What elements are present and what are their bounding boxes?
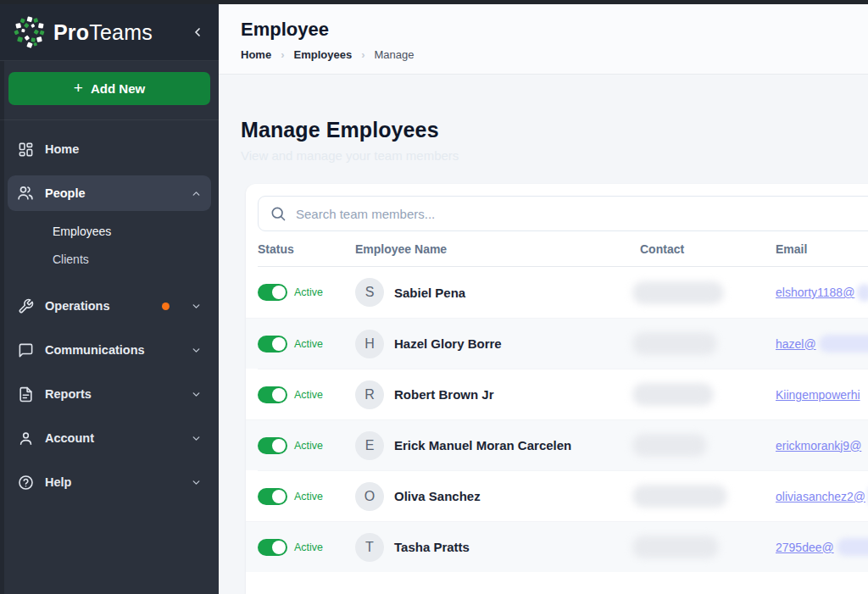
sidebar-item-reports[interactable]: Reports: [8, 376, 211, 412]
wrench-icon: [17, 297, 34, 314]
employee-name: Hazel Glory Borre: [394, 336, 502, 351]
table-row: Active E Erick Manuel Moran Carcelen eri…: [246, 419, 868, 470]
section-heading: Manage Employees: [241, 118, 868, 142]
contact-cell: [640, 332, 776, 355]
chevron-down-icon: [191, 477, 202, 488]
name-cell: O Oliva Sanchez: [355, 482, 640, 511]
column-header-contact: Contact: [640, 242, 776, 256]
status-toggle[interactable]: [258, 437, 287, 454]
status-cell: Active: [258, 488, 355, 505]
table-row: Active R Robert Brown Jr Kiingempowerhi: [258, 369, 868, 419]
status-toggle[interactable]: [258, 336, 287, 353]
breadcrumb-manage: Manage: [374, 48, 414, 61]
sidebar-collapse-button[interactable]: [188, 23, 207, 42]
column-header-email: Email: [776, 242, 868, 256]
avatar: O: [355, 482, 384, 511]
sidebar-item-account[interactable]: Account: [8, 420, 211, 456]
redacted-contact: [632, 485, 727, 508]
email-link[interactable]: hazel@: [776, 337, 816, 351]
plus-icon: +: [74, 80, 83, 96]
toggle-knob: [272, 541, 286, 554]
add-new-button[interactable]: + Add New: [8, 72, 210, 105]
chevron-down-icon: [191, 301, 202, 312]
breadcrumb-home[interactable]: Home: [241, 48, 271, 61]
page-title: Employee: [241, 19, 846, 41]
chevron-right-icon: ›: [281, 48, 284, 61]
employee-name: Tasha Pratts: [394, 540, 470, 554]
sidebar-item-label: Account: [45, 431, 94, 445]
table-row: Active S Sabiel Pena elshorty1188@: [258, 267, 868, 318]
notification-dot: [162, 303, 170, 310]
sidebar-header: ProTeams: [0, 0, 219, 61]
user-icon: [17, 430, 34, 447]
table-body: Active S Sabiel Pena elshorty1188@ Activ…: [258, 267, 868, 572]
redacted-contact: [632, 281, 724, 304]
avatar: S: [355, 278, 384, 307]
sidebar-item-label: Help: [45, 475, 71, 489]
sidebar-item-people[interactable]: People: [8, 175, 211, 211]
status-label: Active: [294, 541, 323, 553]
people-submenu: Employees Clients: [8, 218, 211, 280]
email-link[interactable]: elshorty1188@: [776, 286, 854, 299]
chat-bubble-icon: [17, 341, 34, 358]
contact-cell: [640, 485, 776, 508]
column-header-name: Employee Name: [355, 242, 640, 256]
status-label: Active: [294, 440, 323, 452]
sidebar-item-label: Home: [45, 142, 79, 156]
toggle-knob: [272, 490, 286, 503]
contact-cell: [640, 281, 776, 304]
help-circle-icon: [17, 474, 34, 491]
toggle-knob: [272, 388, 286, 402]
section-subheading: View and manage your team members: [241, 148, 868, 163]
sidebar-item-home[interactable]: Home: [8, 131, 211, 167]
redacted-email-domain: [837, 538, 868, 556]
status-label: Active: [294, 491, 323, 502]
toggle-knob: [272, 337, 286, 351]
search-bar: [258, 196, 868, 231]
search-icon: [270, 205, 287, 222]
chevron-up-icon: [191, 188, 202, 199]
chevron-left-icon: [191, 25, 204, 39]
add-new-section: + Add New: [0, 61, 219, 120]
status-toggle[interactable]: [258, 539, 287, 556]
chevron-down-icon: [191, 345, 202, 356]
redacted-contact: [632, 434, 707, 457]
search-input[interactable]: [258, 196, 868, 231]
email-link[interactable]: oliviasanchez2@: [776, 490, 865, 503]
sidebar-item-label: Operations: [45, 299, 110, 313]
contact-cell: [640, 383, 776, 406]
email-link[interactable]: erickmorankj9@: [776, 439, 861, 452]
email-link[interactable]: 2795dee@: [776, 541, 834, 554]
breadcrumb-employees[interactable]: Employees: [293, 48, 352, 61]
status-toggle[interactable]: [258, 284, 287, 301]
brand-name: ProTeams: [53, 20, 153, 45]
email-cell: hazel@: [776, 335, 868, 353]
sidebar-item-operations[interactable]: Operations: [8, 288, 211, 324]
table-row: Active O Oliva Sanchez oliviasanchez2@: [258, 470, 868, 521]
status-cell: Active: [258, 284, 355, 301]
chevron-right-icon: ›: [361, 48, 364, 61]
sidebar-item-help[interactable]: Help: [8, 464, 211, 500]
contact-cell: [640, 434, 776, 457]
status-cell: Active: [258, 539, 355, 556]
email-cell: oliviasanchez2@: [776, 487, 868, 505]
email-link[interactable]: Kiingempowerhi: [776, 388, 860, 402]
employees-card: Status Employee Name Contact Email Activ…: [246, 184, 868, 594]
employee-name: Robert Brown Jr: [394, 387, 494, 402]
chevron-down-icon: [191, 389, 202, 400]
sidebar-subitem-employees[interactable]: Employees: [53, 218, 211, 246]
redacted-email-domain: [819, 335, 868, 353]
sidebar-subitem-clients[interactable]: Clients: [53, 246, 211, 274]
redacted-contact: [632, 383, 714, 406]
name-cell: S Sabiel Pena: [355, 278, 640, 307]
sidebar-item-communications[interactable]: Communications: [8, 332, 211, 368]
toggle-knob: [272, 286, 286, 299]
avatar: R: [355, 380, 384, 409]
status-toggle[interactable]: [258, 488, 287, 505]
table-row: Active H Hazel Glory Borre hazel@: [246, 318, 868, 369]
email-cell: Kiingempowerhi: [776, 388, 868, 402]
name-cell: H Hazel Glory Borre: [355, 330, 640, 358]
status-toggle[interactable]: [258, 386, 287, 403]
column-header-status: Status: [258, 242, 355, 256]
employee-name: Erick Manuel Moran Carcelen: [394, 438, 571, 452]
